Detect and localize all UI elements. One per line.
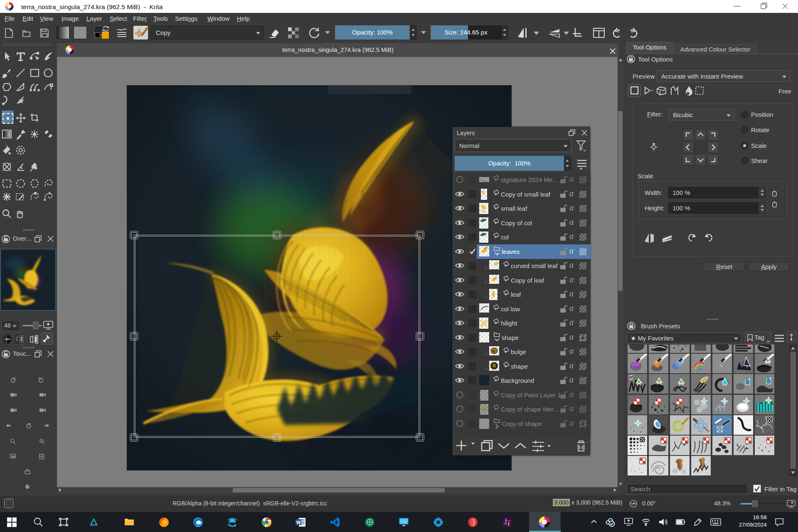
svg-text:W: W bbox=[296, 520, 301, 525]
